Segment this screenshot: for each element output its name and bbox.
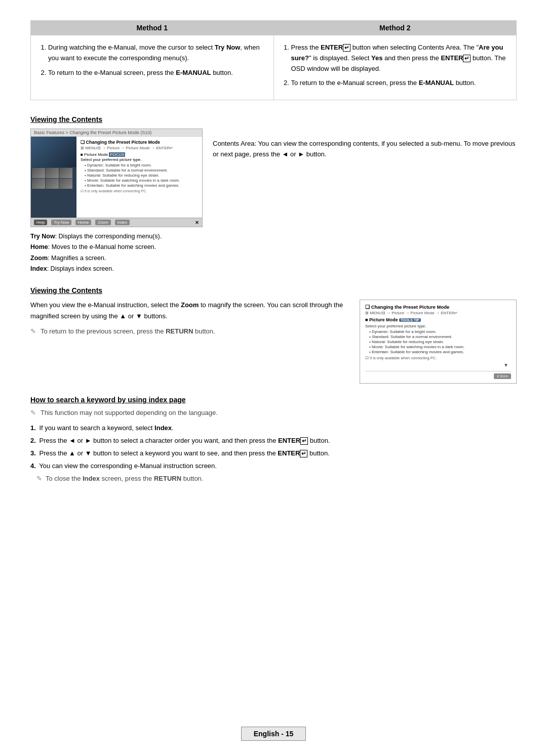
method2-step1: Press the ENTER↵ button when selecting C… — [291, 43, 509, 74]
trynow-legend-index: Index: Displays index screen. — [30, 264, 203, 274]
scr-breadcrumb: ⊞ MENU⊟ → Picture → Picture Mode → ENTER… — [81, 146, 198, 150]
vr-bullet-dynamic: • Dynamic: Suitable for a bright room. — [369, 329, 511, 334]
scr-bullet-movie: • Movie: Suitable for watching movies in… — [85, 178, 198, 183]
method-table: Method 1 During watching the e-Manual, m… — [30, 20, 517, 100]
vc-description: When you view the e-Manual instruction, … — [30, 300, 349, 384]
method1-column: Method 1 During watching the e-Manual, m… — [31, 21, 274, 100]
method2-header: Method 2 — [274, 21, 517, 35]
scr-home-btn: Home — [75, 220, 91, 225]
method2-body: Press the ENTER↵ button when selecting C… — [274, 35, 517, 100]
scr-help-btn: Help — [34, 220, 47, 225]
vc-screenshot: ❑ Changing the Preset Picture Mode ⊞ MEN… — [360, 300, 517, 384]
scr-bullet-standard: • Standard: Suitable for a normal enviro… — [85, 168, 198, 173]
method2-column: Method 2 Press the ENTER↵ button when se… — [274, 21, 517, 100]
scr-bullet-entertain: • Entertain: Suitable for watching movie… — [85, 183, 198, 188]
vr-sub-label: Select your preferred picture type. — [365, 324, 511, 328]
trynow-legend: Try Now: Displays the corresponding menu… — [30, 231, 203, 274]
keyword-step-2: 2. Press the ◄ or ► button to select a c… — [30, 435, 517, 446]
vr-title: ❑ Changing the Preset Picture Mode — [365, 304, 511, 310]
scr-zoom-btn: Zoom — [95, 220, 110, 225]
scr-bullet-dynamic: • Dynamic: Suitable for a bright room. — [85, 163, 198, 167]
screenshot-left-panel — [31, 137, 76, 218]
keyword-list: 1. If you want to search a keyword, sele… — [30, 423, 517, 472]
vr-note: ☑ It is only available when connecting P… — [365, 356, 511, 360]
viewing-contents-top: Basic Features > Changing the Preset Pic… — [30, 129, 517, 274]
viewing-contents-section-1: Viewing the Contents Basic Features > Ch… — [30, 115, 517, 274]
vr-bullet-standard: • Standard: Suitable for a normal enviro… — [369, 334, 511, 339]
vr-bullet-entertain: • Entertain: Suitable for watching movie… — [369, 350, 511, 354]
vr-bottom-btn: # tUrn — [494, 373, 511, 379]
method1-header: Method 1 — [31, 21, 274, 35]
trynow-legend-home: Home: Moves to the e-Manual home screen. — [30, 242, 203, 253]
thumb-2 — [46, 168, 59, 178]
scr-bullet-natural: • Natural: Suitable for reducing eye str… — [85, 173, 198, 178]
method1-step1: During watching the e-Manual, move the c… — [48, 43, 265, 64]
thumb-3 — [59, 168, 72, 178]
scr-index-btn: Index — [115, 220, 130, 225]
screenshot-image — [31, 137, 76, 167]
page-footer: English - 15 — [0, 727, 547, 741]
screenshot-bottom-bar: Help Try Now Home Zoom Index ✕ — [31, 218, 202, 227]
screenshot-box: Basic Features > Changing the Preset Pic… — [30, 129, 203, 227]
footer-label: English - 15 — [241, 727, 306, 741]
screenshot-body: ❑ Changing the Preset Picture Mode ⊞ MEN… — [31, 137, 202, 218]
keyword-section: How to search a keyword by using index p… — [30, 396, 517, 484]
keyword-title: How to search a keyword by using index p… — [30, 396, 517, 404]
vc-main-text: When you view the e-Manual instruction, … — [30, 300, 349, 321]
method2-step2: To return to the e-Manual screen, press … — [291, 78, 509, 89]
keyword-step-4: 4. You can view the corresponding e-Manu… — [30, 460, 517, 472]
vr-bottom-bar: # tUrn — [365, 371, 511, 379]
vr-breadcrumb: ⊞ MENU⊟ → Picture → Picture Mode → ENTER… — [365, 311, 511, 315]
keyword-step-3: 3. Press the ▲ or ▼ button to select a k… — [30, 448, 517, 459]
method1-body: During watching the e-Manual, move the c… — [31, 35, 274, 89]
vc-note: To return to the previous screen, press … — [30, 326, 349, 337]
vr-mode-badge: TOOLS TIP — [399, 318, 421, 322]
vr-mode-label: ■ Picture Mode TOOLS TIP — [365, 317, 511, 322]
vr-bullet-movie: • Movie: Suitable for watching movies in… — [369, 345, 511, 349]
screenshot-thumbs — [31, 167, 76, 190]
scr-close-icon: ✕ — [195, 220, 199, 225]
keyword-note: This function may not supported dependin… — [30, 408, 517, 418]
keyword-step-1: 1. If you want to search a keyword, sele… — [30, 423, 517, 434]
viewing-contents-bottom: When you view the e-Manual instruction, … — [30, 300, 517, 384]
keyword-sub-note: To close the Index screen, press the RET… — [30, 474, 517, 484]
scr-menu-title: ❑ Changing the Preset Picture Mode — [81, 140, 198, 145]
screenshot-breadcrumb: Basic Features > Changing the Preset Pic… — [31, 129, 202, 137]
thumb-1 — [32, 168, 45, 178]
method1-step2: To return to the e-Manual screen, press … — [48, 68, 265, 78]
screenshot-right-panel: ❑ Changing the Preset Picture Mode ⊞ MEN… — [76, 137, 202, 218]
viewing-contents-section-2: Viewing the Contents When you view the e… — [30, 286, 517, 384]
thumb-5 — [46, 179, 59, 189]
scr-note: ☑ It is only available when connecting P… — [81, 189, 198, 193]
trynow-legend-trynow: Try Now: Displays the corresponding menu… — [30, 231, 203, 242]
scr-trynow-btn: Try Now — [51, 220, 71, 225]
emanual-screenshot: Basic Features > Changing the Preset Pic… — [30, 129, 203, 274]
scr-select-label: Select your preferred picture type. — [81, 157, 198, 162]
thumb-6 — [59, 179, 72, 189]
contents-area-note: Contents Area: You can view the correspo… — [213, 139, 517, 274]
viewing-contents-title-2: Viewing the Contents — [30, 286, 517, 295]
viewing-contents-title-1: Viewing the Contents — [30, 115, 517, 123]
scr-picture-mode: ■ Picture Mode FOCUS — [81, 152, 198, 157]
trynow-legend-zoom: Zoom: Magnifies a screen. — [30, 253, 203, 264]
vr-bullet-natural: • Natural: Suitable for reducing eye str… — [369, 340, 511, 344]
vr-arrow-down-icon: ▼ — [365, 362, 511, 368]
thumb-4 — [32, 179, 45, 189]
